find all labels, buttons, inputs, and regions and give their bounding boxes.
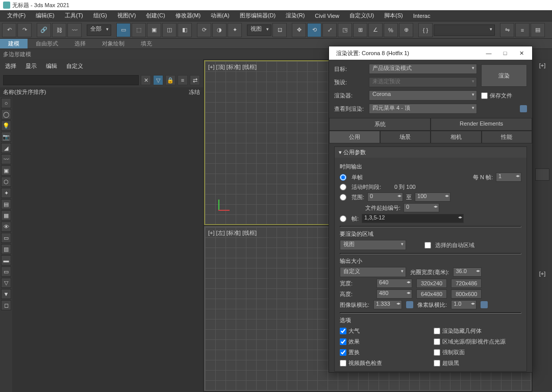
frames-radio[interactable] [340,215,346,222]
select-button[interactable]: ▭ [116,23,131,37]
px-aspect-lock-icon[interactable] [481,301,488,308]
menu-create[interactable]: 创建(C) [141,11,170,20]
ref-coord-combo[interactable]: 视图 [247,24,271,36]
undo-button[interactable]: ↶ [2,23,16,37]
minimize-button[interactable]: — [482,48,495,58]
viewport-top-label[interactable]: [+] [顶] [标准] [线框] [208,63,257,71]
viewto-lock-icon[interactable] [520,105,527,112]
opt-hidden-checkbox[interactable] [434,328,440,334]
viewto-combo[interactable]: 四元菜单 4 - 顶 [369,104,477,114]
ribbon-tab-objectpaint[interactable]: 对象绘制 [94,39,133,48]
ribbon-tab-populate[interactable]: 填充 [133,39,160,48]
manipulate-button[interactable]: ✦ [228,23,242,37]
tab-camera[interactable]: 相机 [431,131,482,143]
opt-colorcheck-checkbox[interactable] [340,360,346,366]
mirror-button[interactable]: ⇋ [500,23,514,37]
percent-snap-button[interactable]: % [384,23,398,37]
close-button[interactable]: ✕ [515,48,528,58]
menu-modifiers[interactable]: 修改器(M) [170,11,206,20]
frames-input[interactable]: 1,3,5-12 [362,214,464,223]
viewport-right-label[interactable]: [+] [539,62,546,68]
height-spinner[interactable]: 480 [377,289,412,299]
select-rect-button[interactable]: ⬚ [132,23,146,37]
spinner-snap-button[interactable]: ⊕ [399,23,413,37]
opt-force2side-checkbox[interactable] [434,349,440,356]
tab-performance[interactable]: 性能 [482,131,533,143]
filter-funnel-icon[interactable]: ▼ [1,289,11,299]
single-frame-radio[interactable] [340,174,346,181]
unlink-button[interactable]: ⛓ [52,23,66,37]
named-sel-combo[interactable] [434,24,495,36]
se-tab-edit[interactable]: 编辑 [46,62,57,70]
select-paint-button[interactable]: ◧ [178,23,192,37]
select-similar-button[interactable]: ◑ [212,23,227,37]
bind-button[interactable]: 〰 [67,23,82,37]
menu-interactive[interactable]: Interac [408,12,436,20]
preset-320x240[interactable]: 320x240 [416,279,447,288]
savefile-checkbox[interactable] [481,92,488,99]
range-radio[interactable] [340,194,346,201]
menu-animation[interactable]: 动画(A) [206,11,235,20]
preset-720x486[interactable]: 720x486 [451,279,482,288]
menu-view[interactable]: 视图(V) [112,11,141,20]
move-button[interactable]: ✥ [292,23,306,37]
preset-combo[interactable]: 未选定预设 [369,77,477,87]
width-spinner[interactable]: 640 [377,279,412,288]
window-crossing-button[interactable]: ▣ [147,23,161,37]
menu-tools[interactable]: 工具(T) [60,11,88,20]
opt-displace-checkbox[interactable] [340,349,346,356]
every-n-spinner[interactable]: 1 [496,173,521,182]
filter-shapes-icon[interactable]: ◯ [1,109,11,119]
align-button[interactable]: ≡ [515,23,530,37]
filter-expand-icon[interactable]: ◻ [1,300,11,310]
output-size-combo[interactable]: 自定义 [340,267,406,277]
img-aspect-lock-icon[interactable] [406,301,413,308]
target-combo[interactable]: 产品级渲染模式 [369,64,477,74]
filter-all-icon[interactable]: ▬ [1,255,11,265]
select-region-button[interactable]: ◫ [162,23,177,37]
filter-helpers-icon[interactable]: ◢ [1,143,11,153]
menu-file[interactable]: 文件(F) [2,11,31,20]
range-from-spinner[interactable]: 0 [367,192,403,202]
menu-graph[interactable]: 图形编辑器(D) [235,11,281,20]
menu-edit[interactable]: 编辑(E) [31,11,60,20]
se-tab-display[interactable]: 显示 [26,62,37,70]
tab-system[interactable]: 系统 [329,118,431,131]
px-aspect-spinner[interactable]: 1.0 [451,300,476,309]
filter-xref-icon[interactable]: ▤ [1,199,11,209]
filter-hidden-icon[interactable]: ▭ [1,233,11,243]
refresh-button[interactable]: ⟳ [197,23,211,37]
tab-scene[interactable]: 场景 [380,131,431,143]
active-seg-radio[interactable] [340,184,346,190]
opt-effects-checkbox[interactable] [340,338,346,345]
filter-layer-icon[interactable]: ▥ [1,244,11,254]
viewport-right-label-2[interactable]: [+] [539,271,546,277]
opt-arealights-checkbox[interactable] [434,338,440,345]
viewport-left-label[interactable]: [+] [左] [标准] [线框] [208,229,257,237]
rotate-button[interactable]: ⟲ [307,23,321,37]
angle-snap-button[interactable]: ∠ [368,23,383,37]
link-button[interactable]: 🔗 [37,23,51,37]
menu-group[interactable]: 组(G) [88,11,112,20]
filter-bone-icon[interactable]: ⬡ [1,177,11,187]
file-start-spinner[interactable]: 0 [404,203,439,212]
layer-button[interactable]: ▤ [531,23,545,37]
ribbon-tab-modeling[interactable]: 建模 [0,39,28,48]
filter-cameras-icon[interactable]: 📷 [1,132,11,142]
rollup-header[interactable]: ▾ 公用参数 [335,147,526,158]
range-to-spinner[interactable]: 100 [415,192,450,202]
filter-groups-icon[interactable]: ▣ [1,165,11,176]
opt-atmos-checkbox[interactable] [340,328,346,334]
col-name[interactable]: 名称(按升序排序) [3,88,169,96]
view-options-icon[interactable]: ≡ [178,75,188,85]
se-tab-custom[interactable]: 自定义 [66,62,83,70]
filter-container-icon[interactable]: ▦ [1,210,11,220]
sync-icon[interactable]: ⇄ [190,75,200,85]
filter-lights-icon[interactable]: 💡 [1,120,11,131]
col-frozen[interactable]: 冻结 [169,88,200,96]
area-combo[interactable]: 视图 [340,240,406,250]
menu-script[interactable]: 脚本(S) [379,11,408,20]
filter-frozen-icon[interactable]: 👁 [1,222,11,232]
menu-customize[interactable]: 自定义(U) [344,11,379,20]
named-sel-button[interactable]: { } [418,23,433,37]
